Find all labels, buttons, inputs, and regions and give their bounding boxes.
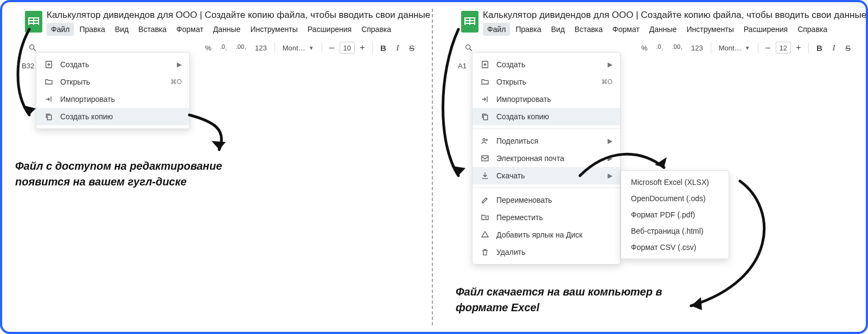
menu-file[interactable]: Файл xyxy=(483,23,510,36)
menu-item-make-copy[interactable]: Создать копию xyxy=(473,108,620,125)
menu-format[interactable]: Формат xyxy=(172,23,208,36)
right-example: Калькулятор дивидендов для ООО | Создайт… xyxy=(445,8,860,71)
font-family-dropdown[interactable]: Mont…▼ xyxy=(716,41,754,54)
menu-item-open[interactable]: Открыть ⌘O xyxy=(36,73,189,91)
menu-insert[interactable]: Вставка xyxy=(570,23,607,36)
menu-item-move[interactable]: Переместить xyxy=(473,209,620,226)
arrow-annotation xyxy=(434,24,483,187)
drive-shortcut-icon xyxy=(480,230,490,240)
file-menu: Создать ▶ Открыть ⌘O Импортировать Созда… xyxy=(36,52,190,129)
menu-edit[interactable]: Правка xyxy=(511,23,545,36)
menu-help[interactable]: Справка xyxy=(793,23,832,36)
menu-extensions[interactable]: Расширения xyxy=(303,23,356,36)
font-size-increase[interactable]: + xyxy=(793,42,804,54)
move-icon xyxy=(480,213,490,222)
bold-button[interactable]: B xyxy=(377,41,390,54)
menu-data[interactable]: Данные xyxy=(645,23,681,36)
submenu-arrow-icon: ▶ xyxy=(608,61,612,68)
menu-view[interactable]: Вид xyxy=(111,23,133,36)
increase-decimal-button[interactable]: .00↑ xyxy=(669,41,686,54)
menu-item-create[interactable]: Создать ▶ xyxy=(36,56,189,73)
menu-edit[interactable]: Правка xyxy=(75,23,109,36)
svg-marker-20 xyxy=(691,297,702,310)
menu-item-create[interactable]: Создать ▶ xyxy=(473,56,620,73)
menu-data[interactable]: Данные xyxy=(209,23,245,36)
menu-insert[interactable]: Вставка xyxy=(134,23,171,36)
doc-title[interactable]: Калькулятор дивидендов для ООО | Создайт… xyxy=(47,8,430,21)
right-caption: Файл скачается на ваш компьютер в формат… xyxy=(456,284,684,316)
font-size-decrease[interactable]: – xyxy=(327,42,337,54)
menu-tools[interactable]: Инструменты xyxy=(682,23,738,36)
menu-item-add-shortcut[interactable]: Добавить ярлык на Диск xyxy=(473,226,620,243)
left-caption: Файл с доступом на редактирование появит… xyxy=(15,158,243,190)
percent-format-button[interactable]: % xyxy=(638,41,651,54)
menubar: Файл Правка Вид Вставка Формат Данные Ин… xyxy=(47,23,430,36)
font-size-input[interactable]: 12 xyxy=(776,42,791,54)
strikethrough-button[interactable]: S xyxy=(842,41,854,54)
menu-item-delete[interactable]: Удалить xyxy=(473,243,620,261)
svg-marker-7 xyxy=(212,141,226,150)
strikethrough-button[interactable]: S xyxy=(406,41,418,54)
arrow-annotation xyxy=(181,111,246,159)
submenu-arrow-icon: ▶ xyxy=(177,61,182,68)
font-size-decrease[interactable]: – xyxy=(763,42,774,54)
font-size-increase[interactable]: + xyxy=(357,42,368,54)
shortcut-label: ⌘O xyxy=(601,78,612,86)
arrow-annotation xyxy=(675,176,783,317)
number-format-button[interactable]: 123 xyxy=(252,41,270,54)
decrease-decimal-button[interactable]: .0↓ xyxy=(653,41,667,54)
doc-title[interactable]: Калькулятор дивидендов для ООО | Создайт… xyxy=(483,8,866,21)
menu-item-import[interactable]: Импортировать xyxy=(36,91,189,108)
svg-point-14 xyxy=(483,138,485,140)
menu-extensions[interactable]: Расширения xyxy=(739,23,792,36)
menu-format[interactable]: Формат xyxy=(608,23,644,36)
font-size-input[interactable]: 10 xyxy=(340,42,355,54)
svg-rect-13 xyxy=(483,115,487,120)
menu-tools[interactable]: Инструменты xyxy=(246,23,302,36)
rename-icon xyxy=(480,195,490,205)
arrow-annotation xyxy=(9,24,52,127)
italic-button[interactable]: I xyxy=(828,41,840,54)
menu-item-make-copy[interactable]: Создать копию xyxy=(36,108,189,125)
number-format-button[interactable]: 123 xyxy=(688,41,706,54)
menu-item-rename[interactable]: Переименовать xyxy=(473,191,620,209)
svg-marker-18 xyxy=(451,166,465,176)
menu-item-open[interactable]: Открыть ⌘O xyxy=(473,73,620,91)
menubar: Файл Правка Вид Вставка Формат Данные Ин… xyxy=(483,23,866,36)
vertical-divider xyxy=(432,9,433,325)
increase-decimal-button[interactable]: .00↑ xyxy=(233,41,250,54)
trash-icon xyxy=(480,247,490,257)
left-example: Калькулятор дивидендов для ООО | Создайт… xyxy=(9,8,424,71)
font-family-dropdown[interactable]: Mont…▼ xyxy=(279,41,317,54)
menu-item-import[interactable]: Импортировать xyxy=(473,91,620,108)
bold-button[interactable]: B xyxy=(813,41,826,54)
shortcut-label: ⌘O xyxy=(170,78,182,86)
menu-view[interactable]: Вид xyxy=(547,23,569,36)
italic-button[interactable]: I xyxy=(392,41,404,54)
menu-help[interactable]: Справка xyxy=(357,23,395,36)
decrease-decimal-button[interactable]: .0↓ xyxy=(217,41,231,54)
percent-format-button[interactable]: % xyxy=(202,41,215,54)
arrow-annotation xyxy=(575,143,678,187)
